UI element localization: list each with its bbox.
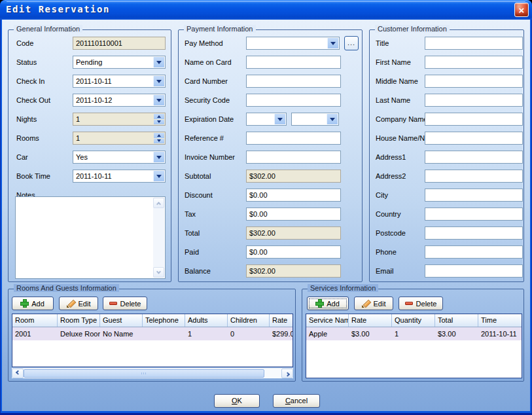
scroll-up-button[interactable]: [153, 198, 164, 208]
close-x-icon: ×: [519, 5, 525, 15]
check-out-label: Check Out: [16, 94, 50, 107]
table-cell: $3.00: [349, 327, 392, 340]
security-code-label: Security Code: [185, 94, 230, 107]
status-select[interactable]: Pending: [73, 56, 166, 69]
scroll-right-button[interactable]: [281, 369, 293, 378]
form-row: Last Name: [370, 94, 523, 107]
email-input[interactable]: [425, 264, 523, 278]
general-information-group: General Information Code 201110110001 St…: [8, 29, 171, 282]
address2-input[interactable]: [425, 170, 523, 183]
name-on-card-label: Name on Card: [185, 56, 232, 69]
column-header[interactable]: Guest: [100, 314, 143, 327]
ok-button[interactable]: OK: [214, 394, 260, 408]
invoice-number-input[interactable]: [246, 151, 341, 164]
rooms-edit-button[interactable]: Edit: [59, 297, 98, 310]
form-row: Address1: [370, 151, 523, 164]
scroll-left-button[interactable]: [12, 369, 24, 378]
table-cell: 1: [185, 327, 228, 340]
car-label: Car: [16, 151, 28, 164]
column-header[interactable]: Room Type: [58, 314, 100, 327]
form-row: Phone: [370, 245, 523, 259]
scrollbar-thumb[interactable]: [24, 369, 264, 378]
check-out-select[interactable]: 2011-10-12: [73, 94, 166, 107]
name-on-card-input[interactable]: [246, 56, 341, 69]
paid-input[interactable]: $0.00: [246, 245, 341, 259]
rooms-stepper: 1: [73, 132, 166, 145]
horizontal-scrollbar[interactable]: [12, 368, 293, 378]
scroll-down-button[interactable]: [153, 267, 164, 278]
company-name-input[interactable]: [425, 113, 523, 126]
column-header[interactable]: Time: [478, 314, 522, 327]
last-name-input[interactable]: [425, 94, 523, 107]
card-number-label: Card Number: [185, 75, 228, 88]
table-cell: 0: [228, 327, 270, 340]
balance-label: Balance: [185, 264, 211, 278]
rooms-guests-group: Rooms And Guests Information Add Edit De…: [8, 289, 296, 382]
table-row[interactable]: 2001 Deluxe Roon No Name 1 0 $299.00: [12, 327, 293, 340]
pencil-icon: [67, 299, 75, 308]
expiration-month-select[interactable]: [246, 113, 287, 126]
subtotal-label: Subtotal: [185, 170, 211, 183]
close-button[interactable]: ×: [514, 3, 529, 17]
first-name-input[interactable]: [425, 56, 523, 69]
column-header[interactable]: Telephone: [143, 314, 185, 327]
middle-name-input[interactable]: [425, 75, 523, 88]
pay-method-label: Pay Method: [185, 37, 223, 50]
middle-name-label: Middle Name: [376, 75, 418, 88]
services-add-button[interactable]: Add: [307, 297, 349, 310]
title-input[interactable]: [425, 37, 523, 50]
scrollbar-track[interactable]: [264, 369, 281, 378]
table-row[interactable]: Apple $3.00 1 $3.00 2011-10-11: [306, 327, 522, 340]
group-title: General Information: [14, 25, 82, 33]
notes-textarea[interactable]: [15, 196, 166, 279]
balance-input: $302.00: [246, 264, 341, 278]
services-delete-button[interactable]: Delete: [399, 297, 443, 310]
title-label: Title: [376, 37, 389, 50]
table-cell: Deluxe Roon: [58, 327, 100, 340]
column-header[interactable]: Rate: [349, 314, 392, 327]
address1-input[interactable]: [425, 151, 523, 164]
form-row: Invoice Number: [179, 151, 362, 164]
house-name-no-input[interactable]: [425, 132, 523, 145]
up-down-arrows-icon: [154, 114, 164, 124]
column-header[interactable]: Quantity: [392, 314, 435, 327]
group-title: Customer Information: [375, 25, 450, 33]
pay-method-browse-button[interactable]: ...: [344, 36, 359, 50]
form-row: Security Code: [179, 94, 362, 107]
phone-input[interactable]: [425, 245, 523, 259]
card-number-input[interactable]: [246, 75, 341, 88]
reference-input[interactable]: [246, 132, 341, 145]
check-in-select[interactable]: 2011-10-11: [73, 75, 166, 88]
chevron-down-icon: [327, 38, 338, 48]
form-row: Status Pending: [9, 56, 171, 69]
city-label: City: [376, 189, 388, 202]
postcode-input[interactable]: [425, 226, 523, 240]
security-code-input[interactable]: [246, 94, 341, 107]
rooms-add-button[interactable]: Add: [12, 297, 54, 310]
services-edit-button[interactable]: Edit: [354, 297, 393, 310]
table-cell: $299.00: [270, 327, 293, 340]
titlebar[interactable]: Edit Reservation ×: [0, 0, 532, 20]
column-header[interactable]: Rate: [270, 314, 293, 327]
pay-method-select[interactable]: [246, 37, 340, 50]
column-header[interactable]: Total: [435, 314, 478, 327]
city-input[interactable]: [425, 189, 523, 202]
country-input[interactable]: [425, 208, 523, 221]
expiration-year-select[interactable]: [291, 113, 339, 126]
form-row: Check Out 2011-10-12: [9, 94, 171, 107]
form-row: First Name: [370, 56, 523, 69]
window-title: Edit Reservation: [6, 4, 110, 14]
column-header[interactable]: Service Nam: [306, 314, 349, 327]
rooms-delete-button[interactable]: Delete: [103, 297, 147, 310]
cancel-button[interactable]: Cancel: [273, 394, 320, 408]
last-name-label: Last Name: [376, 94, 410, 107]
discount-input[interactable]: $0.00: [246, 189, 341, 202]
column-header[interactable]: Room: [12, 314, 58, 327]
book-time-select[interactable]: 2011-10-11: [73, 170, 166, 183]
country-label: Country: [376, 208, 401, 221]
vertical-scrollbar[interactable]: [153, 198, 164, 278]
column-header[interactable]: Children: [228, 314, 270, 327]
column-header[interactable]: Adults: [185, 314, 228, 327]
tax-input[interactable]: $0.00: [246, 208, 341, 221]
car-select[interactable]: Yes: [73, 151, 166, 164]
